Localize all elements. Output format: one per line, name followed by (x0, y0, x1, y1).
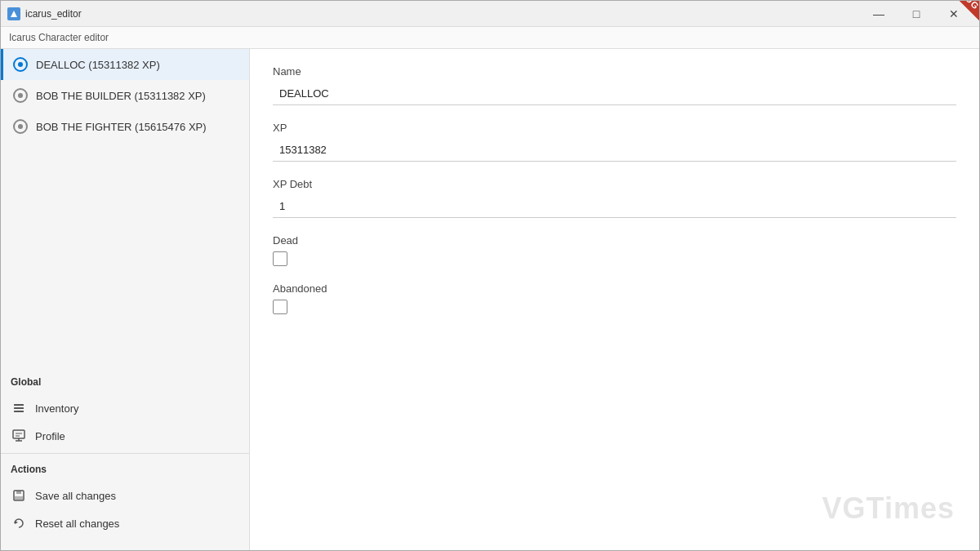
character-item-2[interactable]: BOB THE FIGHTER (15615476 XP) (1, 111, 249, 142)
char-label-2: BOB THE FIGHTER (15615476 XP) (36, 121, 207, 133)
global-section: Global (1, 370, 249, 394)
xp-field-group: XP (273, 122, 956, 162)
char-icon-dot-1 (18, 93, 23, 98)
window-controls: — □ ✕ (860, 1, 973, 27)
nav-item-profile[interactable]: Profile (1, 422, 249, 450)
xp-debt-field-group: XP Debt (273, 178, 956, 218)
close-button[interactable]: ✕ (935, 1, 973, 27)
abandoned-checkbox-group: Abandoned (273, 282, 956, 314)
xp-debt-label: XP Debt (273, 178, 956, 190)
app-icon (7, 7, 20, 20)
dead-checkbox[interactable] (273, 251, 287, 266)
minimize-button[interactable]: — (860, 1, 898, 27)
dead-checkbox-group: Dead (273, 234, 956, 266)
char-icon-1 (13, 88, 28, 103)
reset-action-item[interactable]: Reset all changes (1, 509, 249, 537)
profile-label: Profile (35, 430, 65, 442)
nav-item-inventory[interactable]: Inventory (1, 394, 249, 422)
xp-input[interactable] (273, 139, 956, 162)
svg-rect-4 (13, 430, 24, 438)
name-label: Name (273, 65, 956, 78)
global-section-title: Global (11, 376, 239, 388)
character-list: DEALLOC (15311382 XP) BOB THE BUILDER (1… (1, 49, 249, 210)
reset-icon (11, 515, 27, 531)
profile-icon (11, 428, 27, 444)
char-icon-dot-0 (18, 62, 23, 67)
main-content: DEALLOC (15311382 XP) BOB THE BUILDER (1… (1, 49, 979, 550)
svg-marker-12 (15, 521, 18, 524)
character-item-0[interactable]: DEALLOC (15311382 XP) (1, 49, 249, 80)
dead-label: Dead (273, 234, 956, 247)
sidebar-divider (1, 453, 249, 454)
svg-rect-10 (16, 491, 21, 494)
char-label-0: DEALLOC (15311382 XP) (36, 59, 160, 71)
window-title: icarus_editor (25, 8, 860, 20)
app-window: icarus_editor — □ ✕ DEBUG Icarus Charact… (0, 0, 980, 551)
right-panel: Name XP XP Debt Dead Abandoned (250, 49, 979, 550)
list-icon (11, 400, 27, 416)
char-label-1: BOB THE BUILDER (15311382 XP) (36, 90, 206, 102)
save-label: Save all changes (35, 490, 116, 502)
svg-rect-2 (14, 407, 24, 409)
svg-rect-11 (15, 496, 23, 500)
svg-rect-3 (14, 411, 24, 412)
name-field-group: Name (273, 65, 956, 105)
inventory-label: Inventory (35, 402, 78, 415)
char-icon-dot-2 (18, 124, 23, 129)
svg-rect-1 (14, 404, 24, 406)
actions-section-title: Actions (11, 464, 239, 475)
char-icon-0 (13, 57, 28, 72)
app-subtitle: Icarus Character editor (1, 27, 979, 49)
title-bar: icarus_editor — □ ✕ (1, 1, 979, 27)
actions-section: Actions (1, 457, 249, 482)
reset-label: Reset all changes (35, 518, 119, 530)
character-item-1[interactable]: BOB THE BUILDER (15311382 XP) (1, 80, 249, 111)
svg-marker-0 (11, 11, 17, 17)
xp-debt-input[interactable] (273, 195, 956, 218)
save-action-item[interactable]: Save all changes (1, 482, 249, 509)
char-icon-2 (13, 119, 28, 134)
save-icon (11, 487, 27, 504)
name-input[interactable] (273, 82, 956, 105)
sidebar: DEALLOC (15311382 XP) BOB THE BUILDER (1… (1, 49, 250, 550)
abandoned-checkbox[interactable] (273, 300, 287, 314)
abandoned-label: Abandoned (273, 282, 956, 295)
maximize-button[interactable]: □ (898, 1, 935, 27)
xp-label: XP (273, 122, 956, 134)
